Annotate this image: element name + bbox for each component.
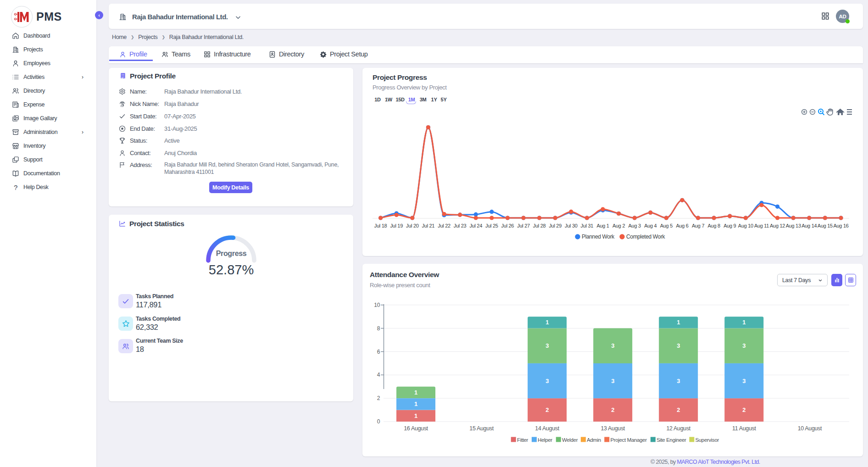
svg-text:Jul 25: Jul 25 [485,223,498,228]
svg-text:Site Engineer: Site Engineer [657,437,686,443]
svg-text:Aug 3: Aug 3 [629,223,641,228]
svg-text:1: 1 [742,319,746,326]
svg-text:Supervisor: Supervisor [696,437,719,443]
svg-text:Aug 4: Aug 4 [644,223,657,228]
svg-text:2: 2 [545,406,549,413]
svg-text:Aug 11: Aug 11 [754,223,769,228]
svg-text:4: 4 [377,372,380,378]
svg-text:Jul 30: Jul 30 [565,223,578,228]
svg-text:12 August: 12 August [666,425,690,432]
svg-text:11 August: 11 August [732,425,756,432]
svg-text:Aug 12: Aug 12 [770,223,785,228]
svg-text:Completed Work: Completed Work [626,234,666,240]
svg-text:Jul 28: Jul 28 [533,223,546,228]
svg-text:6: 6 [377,349,380,355]
svg-text:Admin: Admin [587,437,601,443]
svg-text:14 August: 14 August [535,425,559,432]
svg-text:3: 3 [545,378,549,384]
svg-text:1: 1 [677,319,680,326]
svg-text:3: 3 [742,342,746,349]
svg-text:3: 3 [611,342,614,349]
svg-text:Jul 26: Jul 26 [501,223,514,228]
svg-text:Aug 6: Aug 6 [676,223,688,228]
svg-text:10 August: 10 August [798,425,822,432]
svg-text:1: 1 [545,319,549,326]
svg-text:2: 2 [377,395,380,401]
svg-text:Aug 1: Aug 1 [596,223,609,228]
svg-text:Jul 20: Jul 20 [406,223,419,228]
svg-text:Fitter: Fitter [517,437,529,443]
svg-text:1: 1 [414,412,417,419]
svg-text:10: 10 [374,302,380,308]
svg-text:Aug 7: Aug 7 [692,223,704,228]
svg-text:3: 3 [611,378,614,384]
svg-text:Aug 2: Aug 2 [612,223,625,228]
svg-text:1: 1 [414,389,417,396]
svg-text:Jul 21: Jul 21 [422,223,435,228]
svg-text:Aug 9: Aug 9 [723,223,736,228]
svg-text:3: 3 [742,378,746,384]
svg-text:Jul 18: Jul 18 [374,223,387,228]
svg-text:Helper: Helper [538,437,552,443]
svg-text:15 August: 15 August [469,425,494,432]
svg-text:13 August: 13 August [601,425,625,432]
svg-text:Jul 23: Jul 23 [454,223,467,228]
svg-text:16 August: 16 August [404,425,428,432]
svg-text:2: 2 [611,406,614,413]
svg-text:3: 3 [677,378,680,384]
svg-text:Aug 8: Aug 8 [708,223,720,228]
svg-text:2: 2 [742,406,746,413]
svg-text:Jul 29: Jul 29 [549,223,562,228]
svg-text:Project Manager: Project Manager [611,437,647,443]
svg-text:Planned Work: Planned Work [582,234,615,240]
svg-text:Aug 10: Aug 10 [738,223,753,228]
svg-text:Welder: Welder [562,437,578,443]
svg-text:Aug 15: Aug 15 [818,223,833,228]
svg-text:Jul 22: Jul 22 [438,223,451,228]
svg-text:Aug 14: Aug 14 [801,223,817,228]
svg-text:Jul 27: Jul 27 [517,223,530,228]
svg-text:0: 0 [377,418,380,425]
svg-text:Aug 16: Aug 16 [833,223,848,228]
svg-text:Jul 24: Jul 24 [469,223,482,228]
svg-text:Jul 19: Jul 19 [390,223,403,228]
svg-text:1: 1 [414,400,417,407]
svg-text:Jul 31: Jul 31 [581,223,594,228]
svg-text:Aug 5: Aug 5 [660,223,673,228]
svg-text:8: 8 [377,325,380,332]
svg-text:3: 3 [545,342,549,349]
svg-text:3: 3 [677,342,680,349]
svg-text:2: 2 [677,406,680,413]
svg-text:Aug 13: Aug 13 [786,223,801,228]
